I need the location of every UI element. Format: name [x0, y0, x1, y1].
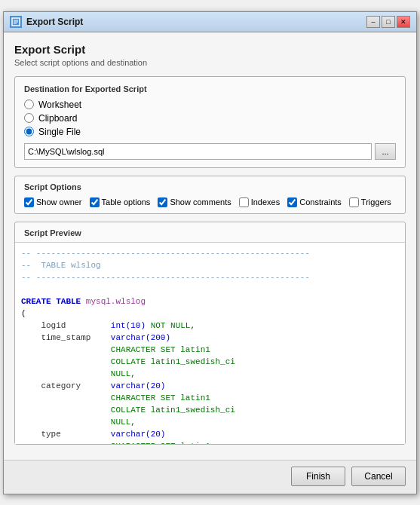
cb-show-comments-input[interactable] — [158, 197, 167, 207]
minimize-button[interactable]: – — [366, 16, 380, 28]
code-line-15: NULL, — [21, 416, 399, 428]
window-title: Export Script — [26, 17, 83, 27]
code-line-17: CHARACTER SET latin1 — [21, 440, 399, 444]
content-area: Export Script Select script options and … — [4, 32, 416, 460]
code-line-4 — [21, 283, 399, 295]
script-preview-section: Script Preview -- ----------------------… — [14, 222, 406, 445]
code-line-7: logid int(10) NOT NULL, — [21, 320, 399, 332]
cb-constraints-label: Constraints — [299, 197, 342, 207]
radio-group: Worksheet Clipboard Single File — [24, 99, 396, 137]
cb-triggers[interactable]: Triggers — [349, 197, 391, 207]
page-title: Export Script — [14, 43, 406, 56]
footer-buttons: Finish Cancel — [4, 460, 416, 494]
code-line-6: ( — [21, 308, 399, 320]
code-line-1: -- -------------------------------------… — [21, 247, 399, 259]
code-line-12: category varchar(20) — [21, 380, 399, 392]
cb-show-owner-input[interactable] — [24, 197, 34, 207]
code-line-10: COLLATE latin1_swedish_ci — [21, 356, 399, 368]
radio-singlefile-input[interactable] — [24, 127, 34, 136]
options-row: Show owner Table options Show comments I… — [24, 197, 396, 207]
file-row: ... — [24, 143, 396, 160]
cancel-button[interactable]: Cancel — [351, 467, 406, 486]
radio-clipboard-label: Clipboard — [38, 113, 77, 124]
cb-table-options[interactable]: Table options — [90, 197, 151, 207]
cb-constraints-input[interactable] — [287, 197, 297, 207]
radio-clipboard[interactable]: Clipboard — [24, 113, 396, 124]
app-icon — [10, 16, 22, 28]
cb-show-comments[interactable]: Show comments — [158, 197, 231, 207]
cb-triggers-input[interactable] — [349, 197, 359, 207]
radio-worksheet-label: Worksheet — [38, 99, 81, 110]
cb-indexes-label: Indexes — [251, 197, 281, 207]
radio-singlefile[interactable]: Single File — [24, 127, 396, 137]
cb-indexes[interactable]: Indexes — [239, 197, 281, 207]
code-preview[interactable]: -- -------------------------------------… — [15, 242, 405, 444]
cb-show-comments-label: Show comments — [170, 197, 231, 207]
title-bar-left: Export Script — [10, 16, 83, 28]
code-line-9: CHARACTER SET latin1 — [21, 344, 399, 356]
close-button[interactable]: ✕ — [397, 16, 410, 28]
title-bar: Export Script – □ ✕ — [4, 12, 416, 32]
cb-show-owner[interactable]: Show owner — [24, 197, 82, 207]
destination-label: Destination for Exported Script — [24, 84, 396, 93]
cb-show-owner-label: Show owner — [36, 197, 82, 207]
maximize-button[interactable]: □ — [382, 16, 395, 28]
destination-section: Destination for Exported Script Workshee… — [14, 76, 406, 168]
radio-singlefile-label: Single File — [38, 127, 81, 137]
code-line-5: CREATE TABLE mysql.wlslog — [21, 295, 399, 308]
cb-table-options-label: Table options — [102, 197, 151, 207]
preview-label: Script Preview — [15, 228, 405, 242]
cb-constraints[interactable]: Constraints — [287, 197, 342, 207]
title-buttons: – □ ✕ — [366, 16, 410, 28]
cb-table-options-input[interactable] — [90, 197, 100, 207]
script-options-label: Script Options — [24, 182, 396, 191]
code-line-2: -- TABLE wlslog — [21, 259, 399, 271]
code-line-16: type varchar(20) — [21, 428, 399, 440]
code-line-14: COLLATE latin1_swedish_ci — [21, 404, 399, 416]
code-line-11: NULL, — [21, 368, 399, 380]
main-window: Export Script – □ ✕ Export Script Select… — [3, 11, 417, 494]
radio-clipboard-input[interactable] — [24, 113, 34, 123]
file-path-input[interactable] — [24, 143, 372, 160]
code-line-8: time_stamp varchar(200) — [21, 332, 399, 344]
browse-button[interactable]: ... — [375, 143, 396, 160]
script-options-section: Script Options Show owner Table options … — [14, 176, 406, 214]
cb-indexes-input[interactable] — [239, 197, 249, 207]
cb-triggers-label: Triggers — [361, 197, 391, 207]
code-line-13: CHARACTER SET latin1 — [21, 392, 399, 404]
finish-button[interactable]: Finish — [291, 467, 345, 486]
code-line-3: -- -------------------------------------… — [21, 271, 399, 283]
radio-worksheet-input[interactable] — [24, 99, 34, 109]
page-subtitle: Select script options and destination — [14, 58, 406, 67]
radio-worksheet[interactable]: Worksheet — [24, 99, 396, 110]
